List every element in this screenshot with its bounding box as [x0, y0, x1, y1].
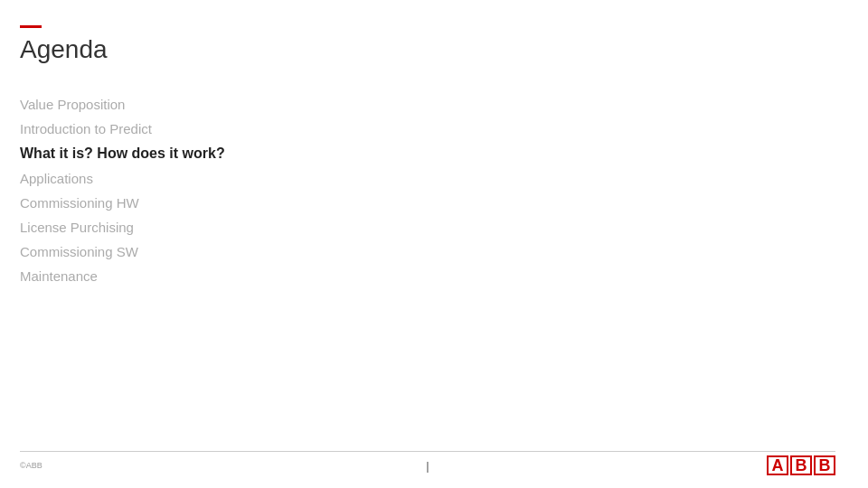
- logo-letter-b2: B: [814, 455, 835, 475]
- copyright-text: ©ABB: [20, 461, 42, 470]
- agenda-item-commissioning-sw: Commissioning SW: [20, 244, 835, 259]
- footer-page-number: |: [426, 459, 429, 473]
- abb-logo: A B B: [767, 455, 835, 475]
- agenda-list: Value Proposition Introduction to Predic…: [20, 97, 835, 284]
- page-container: Agenda Value Proposition Introduction to…: [0, 0, 868, 488]
- red-bar-accent: [20, 25, 42, 28]
- agenda-item-maintenance: Maintenance: [20, 268, 835, 284]
- agenda-item-commissioning-hw: Commissioning HW: [20, 195, 835, 211]
- footer: ©ABB | A B B: [20, 455, 835, 475]
- agenda-item-applications: Applications: [20, 171, 835, 186]
- agenda-item-introduction: Introduction to Predict: [20, 121, 835, 136]
- agenda-item-value-proposition: Value Proposition: [20, 97, 835, 112]
- footer-divider: [20, 451, 835, 452]
- page-title: Agenda: [20, 35, 835, 64]
- logo-letter-b1: B: [790, 455, 812, 475]
- logo-letter-a: A: [767, 455, 788, 475]
- abb-logo-box: A B B: [767, 455, 835, 475]
- footer-left: ©ABB: [20, 461, 42, 470]
- agenda-item-license: License Purchising: [20, 220, 835, 235]
- agenda-item-what-it-is: What it is? How does it work?: [20, 145, 835, 162]
